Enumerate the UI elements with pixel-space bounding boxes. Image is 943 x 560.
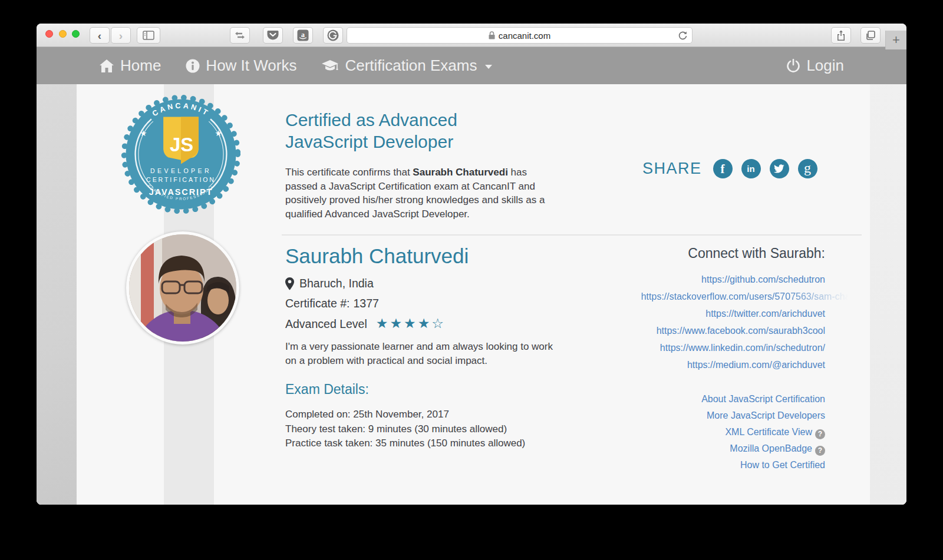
close-window-button[interactable] <box>45 30 53 38</box>
nav-item-label: Home <box>120 57 161 75</box>
profile-bio: I'm a very passionate learner and am alw… <box>285 340 562 368</box>
twitter-icon <box>774 164 784 173</box>
certificate-number-row: Certificate #: 1377 <box>285 297 379 310</box>
badge-line1: DEVELOPER <box>150 167 212 174</box>
help-icon[interactable]: ? <box>815 446 825 456</box>
plus-icon: + <box>892 32 900 48</box>
link-about-javascript-certification[interactable]: About JavaScript Certification <box>543 391 825 407</box>
share-row: SHARE f in g <box>642 159 817 178</box>
profile-name: Saurabh Chaturvedi <box>285 244 469 268</box>
level-row: Advanced Level ★★★★☆ <box>285 316 446 332</box>
link-xml-certificate-view[interactable]: XML Certificate View <box>725 427 812 437</box>
exam-detail-row: Theory test taken: 9 minutes (30 minutes… <box>285 422 525 437</box>
connect-link-linkedin[interactable]: https://www.linkedin.com/in/schedutron/ <box>543 339 825 356</box>
link-how-to-get-certified[interactable]: How to Get Certified <box>543 457 825 473</box>
help-icon[interactable]: ? <box>815 429 825 439</box>
badge-line2: CERTIFICATION <box>146 176 216 183</box>
holder-name-bold: Saurabh Chaturvedi <box>413 167 508 178</box>
address-bar[interactable]: cancanit.com <box>347 27 693 44</box>
sidebar-icon <box>143 31 154 40</box>
connect-links-list: https://github.com/schedutron https://st… <box>543 271 825 373</box>
back-button[interactable]: ‹ <box>90 27 110 44</box>
minimize-window-button[interactable] <box>59 30 67 38</box>
forward-button[interactable]: › <box>111 27 131 44</box>
exam-detail-row: Completed on: 25th November, 2017 <box>285 407 525 422</box>
certificate-heading: Certified as Advanced JavaScript Develop… <box>285 109 515 153</box>
lock-icon <box>489 31 495 39</box>
certification-badge: CANCANIT ★ ★ JS DEVELOPER CERTIFICATION … <box>118 92 243 217</box>
site-navbar: Home How It Works Certification Exams <box>37 47 906 84</box>
show-tabs-button[interactable] <box>860 27 881 44</box>
link-mozilla-openbadge-row: Mozilla OpenBadge? <box>543 440 825 457</box>
desktop-background: ‹ › <box>0 0 943 560</box>
home-icon <box>99 59 114 73</box>
amazon-icon: a <box>297 29 309 41</box>
linkedin-icon: in <box>747 164 754 174</box>
share-facebook-button[interactable]: f <box>713 159 733 178</box>
js-shield-logo: JS <box>163 117 199 164</box>
profile-photo <box>126 231 239 344</box>
google-icon: g <box>804 160 811 176</box>
chevron-down-icon <box>485 65 492 69</box>
grammarly-extension-button[interactable] <box>323 27 343 44</box>
power-icon <box>786 59 800 73</box>
link-xml-certificate-view-row: XML Certificate View? <box>543 424 825 440</box>
facebook-icon: f <box>721 162 725 177</box>
tabs-overview-icon <box>865 30 876 41</box>
nav-item-label: Certification Exams <box>345 57 477 75</box>
graduation-cap-icon <box>321 59 339 73</box>
connect-link-stackoverflow[interactable]: https://stackoverflow.com/users/5707563/… <box>543 288 858 305</box>
svg-text:a: a <box>301 31 305 39</box>
new-tab-button[interactable]: + <box>885 31 906 49</box>
pocket-extension-button[interactable] <box>263 27 283 44</box>
swap-arrows-extension-button[interactable] <box>230 27 250 44</box>
badge-js-text: JS <box>170 134 193 155</box>
sidebar-toggle-button[interactable] <box>137 27 160 44</box>
connect-link-github[interactable]: https://github.com/schedutron <box>543 271 825 288</box>
forward-chevron-icon: › <box>119 30 123 41</box>
certificate-description: This certificate confirms that Saurabh C… <box>285 165 553 221</box>
share-google-button[interactable]: g <box>798 159 817 178</box>
share-twitter-button[interactable] <box>770 159 789 178</box>
info-circle-icon <box>186 59 200 73</box>
badge-star-right: ★ <box>215 129 222 138</box>
grammarly-icon <box>327 29 339 41</box>
description-before: This certificate confirms that <box>285 167 413 178</box>
share-page-button[interactable] <box>831 27 851 44</box>
share-label: SHARE <box>642 160 702 178</box>
link-mozilla-openbadge[interactable]: Mozilla OpenBadge <box>730 443 812 453</box>
badge-star-left: ★ <box>140 129 147 138</box>
level-label: Advanced Level <box>285 317 367 331</box>
amazon-extension-button[interactable]: a <box>293 27 313 44</box>
nav-item-login[interactable]: Login <box>786 57 844 75</box>
exam-details-heading: Exam Details: <box>285 382 369 397</box>
zoom-window-button[interactable] <box>72 30 80 38</box>
location-pin-icon <box>285 277 294 290</box>
browser-toolbar: ‹ › <box>37 24 906 47</box>
avatar <box>129 234 236 342</box>
connect-link-twitter[interactable]: https://twitter.com/arichduvet <box>543 305 825 322</box>
connect-link-facebook[interactable]: https://www.facebook.com/saurabh3cool <box>543 322 825 339</box>
certificate-number-value: 1377 <box>353 297 378 310</box>
nav-item-label: How It Works <box>206 57 296 75</box>
back-chevron-icon: ‹ <box>98 30 101 41</box>
nav-item-how-it-works[interactable]: How It Works <box>186 57 296 75</box>
swap-arrows-icon <box>235 31 245 39</box>
profile-location-row: Bharuch, India <box>285 277 374 290</box>
nav-item-certification-exams[interactable]: Certification Exams <box>321 57 492 75</box>
share-linkedin-button[interactable]: in <box>741 159 761 178</box>
share-page-icon <box>836 30 846 41</box>
exam-detail-row: Practice task taken: 35 minutes (150 min… <box>285 436 525 451</box>
reload-icon[interactable] <box>678 31 688 41</box>
page-content: CANCANIT ★ ★ JS DEVELOPER CERTIFICATION … <box>37 84 906 505</box>
certificate-number-label: Certificate #: <box>285 297 349 310</box>
resource-links-list: About JavaScript Certification More Java… <box>543 391 825 473</box>
page-right-margin <box>870 84 906 505</box>
login-label: Login <box>806 57 844 75</box>
link-more-javascript-developers[interactable]: More JavaScript Developers <box>543 407 825 424</box>
profile-location: Bharuch, India <box>299 277 374 290</box>
connect-link-medium[interactable]: https://medium.com/@arichduvet <box>543 356 825 373</box>
nav-item-home[interactable]: Home <box>99 57 161 75</box>
star-rating: ★★★★☆ <box>376 316 446 332</box>
page-left-margin <box>37 84 77 505</box>
